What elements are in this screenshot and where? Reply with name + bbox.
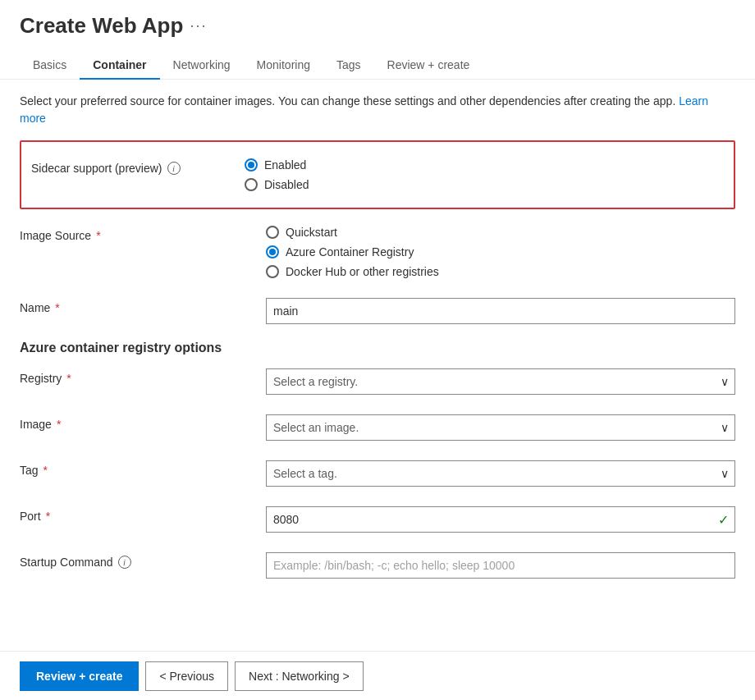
acr-section-heading: Azure container registry options (20, 341, 735, 355)
registry-select-wrapper: Select a registry. ∨ (266, 368, 735, 395)
image-source-acr-label: Azure Container Registry (286, 245, 414, 258)
image-source-acr-radio[interactable] (266, 245, 279, 258)
sidecar-info-icon[interactable]: i (167, 162, 181, 175)
image-source-dockerhub-label: Docker Hub or other registries (286, 265, 439, 278)
image-label-col: Image * (20, 414, 266, 431)
tag-required: * (43, 464, 48, 477)
port-label-col: Port * (20, 506, 266, 523)
name-required: * (55, 301, 59, 314)
port-label: Port (20, 510, 41, 523)
name-input-col (266, 298, 735, 324)
port-input-wrapper: ✓ (266, 506, 735, 533)
tag-select[interactable]: Select a tag. (266, 460, 735, 487)
startup-command-row: Startup Command i (20, 549, 735, 582)
sidecar-form-row: Sidecar support (preview) i Enabled Disa… (31, 155, 724, 194)
sidecar-disabled-radio[interactable] (245, 178, 258, 191)
image-row: Image * Select an image. ∨ (20, 411, 735, 444)
sidecar-label: Sidecar support (preview) (31, 162, 162, 175)
more-options-icon[interactable]: ··· (190, 17, 207, 34)
image-source-acr-option[interactable]: Azure Container Registry (266, 245, 735, 258)
image-source-required: * (96, 229, 100, 242)
sidecar-section: Sidecar support (preview) i Enabled Disa… (20, 140, 735, 209)
startup-command-input-col (266, 552, 735, 579)
image-select-col: Select an image. ∨ (266, 414, 735, 441)
sidecar-disabled-option[interactable]: Disabled (245, 178, 724, 191)
page-title: Create Web App (20, 13, 183, 39)
tabs-bar: Basics Container Networking Monitoring T… (0, 39, 755, 80)
previous-button[interactable]: < Previous (145, 661, 228, 691)
image-source-quickstart-label: Quickstart (286, 226, 337, 239)
registry-row: Registry * Select a registry. ∨ (20, 365, 735, 398)
tag-row: Tag * Select a tag. ∨ (20, 457, 735, 490)
sidecar-enabled-label: Enabled (264, 158, 306, 172)
image-required: * (57, 418, 61, 431)
sidecar-label-col: Sidecar support (preview) i (31, 158, 245, 175)
startup-command-input[interactable] (266, 552, 735, 579)
footer-bar: Review + create < Previous Next : Networ… (0, 651, 755, 700)
image-source-label-col: Image Source * (20, 226, 266, 242)
review-create-button[interactable]: Review + create (20, 661, 139, 691)
sidecar-enabled-radio[interactable] (245, 158, 258, 172)
image-source-row: Image Source * Quickstart Azure Containe… (20, 222, 735, 281)
image-source-quickstart-radio[interactable] (266, 226, 279, 239)
registry-select-col: Select a registry. ∨ (266, 368, 735, 395)
description-text: Select your preferred source for contain… (20, 93, 735, 127)
port-input-col: ✓ (266, 506, 735, 533)
tab-container[interactable]: Container (80, 52, 159, 80)
image-select[interactable]: Select an image. (266, 414, 735, 441)
tab-review-create[interactable]: Review + create (374, 52, 483, 80)
image-select-wrapper: Select an image. ∨ (266, 414, 735, 441)
sidecar-disabled-label: Disabled (264, 178, 309, 191)
startup-command-label-col: Startup Command i (20, 552, 266, 569)
tag-select-col: Select a tag. ∨ (266, 460, 735, 487)
tag-label: Tag (20, 464, 39, 477)
image-source-options: Quickstart Azure Container Registry Dock… (266, 226, 735, 278)
tag-select-wrapper: Select a tag. ∨ (266, 460, 735, 487)
startup-command-label: Startup Command (20, 556, 113, 569)
port-input[interactable] (266, 506, 735, 533)
tab-networking[interactable]: Networking (160, 52, 244, 80)
tab-tags[interactable]: Tags (323, 52, 374, 80)
port-required: * (46, 510, 50, 523)
sidecar-enabled-option[interactable]: Enabled (245, 158, 724, 172)
image-source-label: Image Source (20, 229, 91, 242)
tab-monitoring[interactable]: Monitoring (244, 52, 323, 80)
page-header: Create Web App ··· (0, 0, 755, 39)
registry-label: Registry (20, 372, 62, 385)
image-source-dockerhub-radio[interactable] (266, 265, 279, 278)
tag-label-col: Tag * (20, 460, 266, 477)
image-source-dockerhub-option[interactable]: Docker Hub or other registries (266, 265, 735, 278)
name-label: Name (20, 301, 50, 314)
tab-basics[interactable]: Basics (20, 52, 80, 80)
sidecar-options-col: Enabled Disabled (245, 158, 724, 191)
name-label-col: Name * (20, 298, 266, 314)
registry-select[interactable]: Select a registry. (266, 368, 735, 395)
port-check-icon: ✓ (718, 512, 729, 528)
content-area: Select your preferred source for contain… (0, 80, 755, 608)
image-label: Image (20, 418, 52, 431)
registry-label-col: Registry * (20, 368, 266, 385)
port-row: Port * ✓ (20, 503, 735, 536)
name-row: Name * (20, 295, 735, 327)
next-button[interactable]: Next : Networking > (235, 661, 364, 691)
name-input[interactable] (266, 298, 735, 324)
startup-command-info-icon[interactable]: i (118, 556, 131, 569)
registry-required: * (66, 372, 71, 385)
image-source-quickstart-option[interactable]: Quickstart (266, 226, 735, 239)
